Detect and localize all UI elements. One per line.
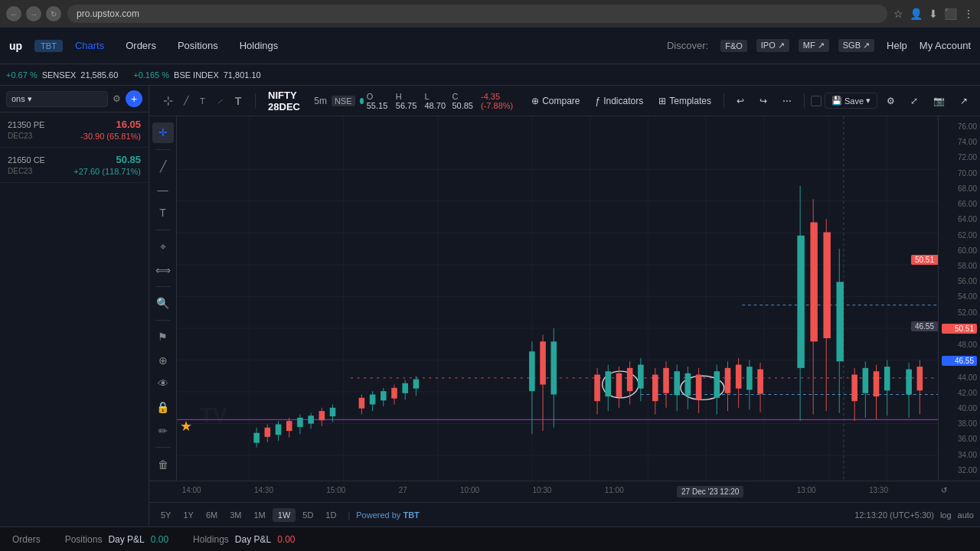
tab-orders[interactable]: Orders (116, 35, 165, 56)
bookmark-icon[interactable]: ☆ (893, 8, 903, 20)
url-bar[interactable]: pro.upstox.com (67, 5, 887, 23)
more-button[interactable]: ⋯ (776, 93, 798, 109)
close-val: C 50.85 (452, 92, 475, 110)
add-watchlist-button[interactable]: + (126, 90, 142, 107)
left-filter: ons ▾ ⚙ + (0, 86, 149, 112)
watchlist-ce-price: 50.85 (116, 154, 141, 165)
watchlist-item-ce[interactable]: 21650 CE 50.85 DEC23 +27.60 (118.71%) (0, 148, 149, 183)
svg-rect-91 (757, 370, 763, 394)
auto-toggle[interactable]: auto (958, 510, 974, 520)
tool-measure[interactable]: ⟺ (152, 259, 174, 280)
tab-holdings[interactable]: Holdings (230, 35, 288, 56)
bottom-sep: | (348, 510, 350, 520)
line-tool[interactable]: ╱ (179, 93, 194, 108)
symbol-name: NIFTY 28DEC (268, 90, 309, 112)
forward-button[interactable]: → (26, 6, 41, 21)
tab-charts[interactable]: Charts (66, 35, 113, 56)
tool-zoom[interactable]: 🔍 (152, 293, 174, 314)
top-nav: up TBT Charts Orders Positions Holdings … (0, 28, 980, 64)
watchlist-dropdown[interactable]: ons ▾ (6, 91, 108, 107)
reload-button[interactable]: ↻ (46, 6, 61, 21)
time-labels: 14:00 14:30 15:00 27 10:00 10:30 11:00 2… (149, 486, 980, 497)
tf-1w[interactable]: 1W (273, 508, 296, 522)
svg-rect-67 (616, 373, 622, 397)
footer-positions[interactable]: Positions Day P&L 0.00 (65, 534, 168, 545)
time-1330: 13:30 (869, 486, 888, 497)
tool-crosshair[interactable]: ✛ (152, 122, 174, 143)
redo-button[interactable]: ↪ (753, 93, 773, 109)
account-link[interactable]: My Account (920, 40, 971, 51)
menu-icon[interactable]: ⋮ (963, 8, 974, 20)
log-toggle[interactable]: log (940, 510, 952, 520)
footer-positions-label: Positions (65, 534, 103, 545)
tf-1m[interactable]: 1M (249, 508, 271, 522)
price-66: 66.00 (942, 200, 977, 208)
chart-toolbar: ⊹ ╱ T ⟋ T NIFTY 28DEC 5m NSE O 55.15 H 5… (149, 86, 980, 116)
download-icon[interactable]: ⬇ (929, 8, 938, 20)
tf-5d[interactable]: 5D (297, 508, 318, 522)
tool-text[interactable]: T (152, 203, 174, 223)
sensex-point: +0.165 % BSE INDEX 71,801.10 (133, 70, 260, 80)
svg-text:TV: TV (200, 403, 227, 427)
indicators-button[interactable]: ƒ Indicators (590, 93, 650, 109)
back-button[interactable]: ← (6, 6, 21, 21)
symbol-exchange: NSE (332, 96, 355, 106)
discover-label: Discover: (667, 40, 708, 51)
tool-sep-4 (155, 320, 171, 321)
time-refresh[interactable]: ↺ (941, 486, 947, 497)
extensions-icon[interactable]: ⬛ (944, 8, 957, 20)
tf-5y[interactable]: 5Y (155, 508, 176, 522)
undo-button[interactable]: ↩ (730, 93, 750, 109)
footer-orders[interactable]: Orders (12, 534, 41, 545)
svg-rect-97 (823, 232, 830, 337)
discover-mf[interactable]: MF ↗ (799, 39, 829, 52)
star-button[interactable]: ★ (180, 418, 192, 435)
discover-fno[interactable]: F&O (720, 40, 747, 52)
price-68: 68.00 (942, 184, 977, 193)
templates-button[interactable]: ⊞ Templates (652, 93, 717, 109)
footer-holdings[interactable]: Holdings Day P&L 0.00 (193, 534, 295, 545)
chart-section: ⊹ ╱ T ⟋ T NIFTY 28DEC 5m NSE O 55.15 H 5… (149, 86, 980, 527)
save-button[interactable]: 💾 Save ▾ (825, 93, 877, 109)
svg-rect-95 (810, 222, 817, 341)
price-64: 64.00 (942, 215, 977, 223)
cursor-tool[interactable]: ⊹ (158, 91, 178, 110)
tool-pen[interactable]: ✏ (152, 421, 174, 442)
templates-icon: ⊞ (658, 96, 666, 106)
tool-eye[interactable]: 👁 (152, 373, 174, 394)
compare-button[interactable]: ⊕ Compare (525, 93, 586, 109)
tf-6m[interactable]: 6M (201, 508, 223, 522)
settings-button[interactable]: ⚙ (880, 93, 901, 109)
discover-ipo[interactable]: IPO ↗ (756, 39, 789, 52)
tool-delete[interactable]: 🗑 (152, 454, 174, 474)
footer-positions-pnl-label: Day P&L (108, 534, 144, 545)
tool-hline[interactable]: — (152, 179, 174, 200)
tool-magnet[interactable]: ⊕ (152, 350, 174, 370)
screenshot-button[interactable]: 📷 (927, 93, 951, 109)
tool-lock[interactable]: 🔒 (152, 397, 174, 418)
price-36: 36.00 (942, 435, 977, 443)
svg-rect-45 (370, 394, 376, 404)
watchlist-pe-change: -30.90 (65.81%) (80, 132, 141, 141)
svg-rect-31 (276, 424, 282, 435)
tool-trendline[interactable]: ╱ (152, 156, 174, 177)
filter-icon[interactable]: ⚙ (113, 93, 121, 104)
fullscreen-button[interactable]: ⤢ (904, 93, 924, 109)
ray-tool[interactable]: T (195, 94, 210, 108)
watchlist-item-pe[interactable]: 21350 PE 16.05 DEC23 -30.90 (65.81%) (0, 112, 149, 148)
tf-1y[interactable]: 1Y (178, 508, 198, 522)
channel-tool[interactable]: ⟋ (211, 94, 229, 108)
text-tool[interactable]: T (230, 93, 247, 109)
tf-3m[interactable]: 3M (224, 508, 247, 522)
tv-watermark: TV (200, 399, 246, 435)
tf-1d[interactable]: 1D (320, 508, 341, 522)
help-link[interactable]: Help (887, 40, 907, 51)
discover-sgb[interactable]: SGB ↗ (838, 39, 874, 52)
tool-flag[interactable]: ⚑ (152, 327, 174, 347)
layout-icon[interactable] (811, 96, 822, 106)
external-link-button[interactable]: ↗ (954, 93, 974, 109)
chart-area[interactable]: TV (177, 116, 938, 481)
tab-positions[interactable]: Positions (168, 35, 227, 56)
tool-pattern[interactable]: ⌖ (152, 236, 174, 257)
profile-icon[interactable]: 👤 (910, 8, 923, 20)
